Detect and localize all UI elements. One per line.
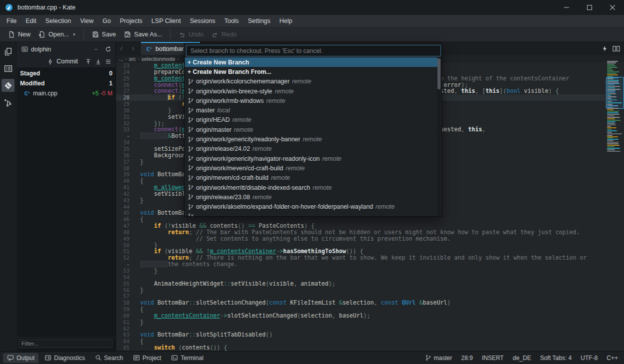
menu-projects[interactable]: Projects (116, 16, 147, 26)
close-button[interactable] (601, 0, 624, 15)
breadcrumb-item[interactable]: ... (119, 56, 124, 62)
menu-view[interactable]: View (76, 16, 98, 26)
dock-item-git[interactable] (2, 79, 14, 92)
code-line-60[interactable]: 60 m_contentsContainer->slotSelectionCha… (116, 313, 605, 319)
dock-item-list-view[interactable] (2, 62, 14, 75)
branch-item-origin-work-kcolorschememanager[interactable]: origin/work/kcolorschememanagerremote (185, 77, 438, 86)
toolview-output-button[interactable]: Output (3, 353, 38, 363)
branch-item-origin-HEAD[interactable]: origin/HEADremote (185, 115, 438, 125)
minimap-line (607, 96, 616, 97)
input-mode[interactable]: INSERT (482, 355, 504, 362)
commit-icon (47, 58, 54, 65)
branch-item-origin-work-rmb-windows[interactable]: origin/work/rmb-windowsremote (185, 96, 438, 105)
code-line-wrap[interactable]: ↪ the contents change. (116, 261, 605, 268)
line-number: 27 (116, 88, 134, 94)
menu-sessions[interactable]: Sessions (186, 16, 220, 26)
maximize-button[interactable] (578, 0, 601, 15)
minimize-button[interactable] (555, 0, 578, 15)
branch-search-input[interactable] (186, 45, 441, 56)
minimap[interactable] (606, 61, 624, 195)
cursor-position[interactable]: 28:9 (461, 355, 472, 362)
tab-settings[interactable]: Soft Tabs: 4 (540, 355, 572, 362)
branch-item-origin-work-meven-cd-craft-build[interactable]: origin/work/meven/cd-craft-buildremote (185, 163, 438, 173)
git-branch-icon (188, 146, 194, 152)
status-bar-info: master 28:9 INSERT de_DE Soft Tabs: 4 UT… (425, 355, 624, 362)
breadcrumb-item[interactable]: src (129, 56, 136, 62)
toolview-project-button[interactable]: Project (129, 353, 165, 363)
new-button[interactable]: New (4, 29, 34, 40)
minimap-line (607, 105, 618, 106)
encoding[interactable]: UTF-8 (580, 355, 598, 362)
dock-item-branch-graph[interactable] (2, 96, 14, 109)
staged-row[interactable]: Staged 0 (17, 68, 116, 78)
commit-button[interactable]: Commit (47, 58, 78, 65)
code-line-61[interactable]: 61} (116, 319, 605, 326)
menu-file[interactable]: File (2, 16, 21, 26)
dock-item-documents[interactable] (2, 45, 14, 58)
back-icon[interactable] (116, 43, 127, 54)
pull-icon[interactable] (95, 58, 102, 65)
branch-item-origin-release-23.08[interactable]: origin/release/23.08remote (185, 192, 438, 202)
split-view-icon[interactable] (612, 45, 620, 52)
branch-item-clipped[interactable] (185, 212, 438, 216)
branch-item-origin-release-24.02[interactable]: origin/release/24.02remote (185, 144, 438, 154)
modified-row[interactable]: Modified 1 (17, 78, 116, 88)
minimap-line (607, 108, 618, 109)
branch-item-origin-meven-cd-craft-build[interactable]: origin/meven/cd-craft-buildremote (185, 173, 438, 183)
toolview-search-button[interactable]: Search (91, 353, 127, 363)
branch-item-master[interactable]: masterlocal (185, 105, 438, 115)
menu-icon[interactable] (105, 58, 112, 65)
modified-file-row[interactable]: C++ main.cpp +5 -0 M (17, 88, 116, 98)
branch-list-scrollbar[interactable] (438, 57, 440, 216)
dictionary[interactable]: de_DE (512, 355, 531, 362)
menu-selection[interactable]: Selection (41, 16, 76, 26)
branch-item-origin-master[interactable]: origin/masterremote (185, 125, 438, 134)
syntax-mode[interactable]: C++ (606, 355, 618, 362)
git-status-tree: Staged 0 Modified 1 C++ main.cpp +5 -0 M (17, 68, 116, 98)
minimap-line (607, 115, 614, 116)
menu-lsp-client[interactable]: LSP Client (147, 16, 186, 26)
code-line-58[interactable]: 58void BottomBar::slotSelectionChanged(c… (116, 300, 605, 306)
minimap-line (607, 117, 620, 118)
line-number: 25 (116, 75, 134, 82)
branch-action--create-new-branch[interactable]: + Create New Branch (185, 57, 438, 67)
git-branch-indicator[interactable]: master (425, 355, 452, 362)
quick-open-icon[interactable] (602, 45, 608, 52)
minimap-line (607, 114, 620, 115)
menu-edit[interactable]: Edit (21, 16, 41, 26)
menu-tools[interactable]: Tools (220, 16, 243, 26)
branch-item-origin-work-genericity-readonly-banner[interactable]: origin/work/genericity/readonly-bannerre… (185, 134, 438, 144)
branch-action--create-new-branch-from-[interactable]: + Create New Branch From... (185, 67, 438, 76)
breadcrumb-item[interactable]: selectionmode (142, 56, 176, 62)
open--button[interactable]: Open...▾ (34, 29, 80, 40)
code-line-65[interactable]: 65 switch (contents()) { (116, 345, 605, 351)
scrollbar-thumb[interactable] (438, 58, 440, 89)
menu-settings[interactable]: Settings (244, 16, 275, 26)
breadcrumb-separator: › (126, 56, 127, 61)
branch-item-origin-work-win-breeze-style[interactable]: origin/work/win-breeze-styleremote (185, 86, 438, 96)
menu-help[interactable]: Help (275, 16, 297, 26)
refresh-button[interactable] (102, 44, 114, 54)
filter-input[interactable] (18, 339, 112, 348)
project-icon (133, 355, 140, 361)
filter-bar (17, 337, 116, 350)
push-icon[interactable] (85, 58, 92, 65)
code-line-56[interactable]: 56} (116, 287, 605, 294)
save-button[interactable]: Save (88, 29, 120, 40)
forward-icon[interactable] (127, 43, 138, 54)
code-line-55[interactable]: 55 AnimatedHeightWidget::setVisible(visi… (116, 281, 605, 287)
branch-item-origin-work-genericity-navigator-readonly-icon[interactable]: origin/work/genericity/navigator-readonl… (185, 154, 438, 163)
branch-item-origin-work-merritt-disable-indexed-search[interactable]: origin/work/merritt/disable-indexed-sear… (185, 183, 438, 192)
minimap-line (607, 149, 615, 150)
save-as--button[interactable]: Save As... (120, 29, 166, 40)
toolview-terminal-button[interactable]: Terminal (167, 353, 207, 363)
line-number: 47 (116, 223, 134, 229)
menu-go[interactable]: Go (98, 16, 116, 26)
wrap-marker-icon: ↪ (127, 134, 130, 139)
code-line-49[interactable]: 49 // Set contents to anything else to c… (116, 236, 605, 242)
project-selector[interactable]: dolphin (18, 44, 102, 54)
code-line-53[interactable]: 53 } (116, 268, 605, 274)
code-line-63[interactable]: 63void BottomBar::slotSplitTabDisabled() (116, 332, 605, 338)
branch-item-origin-work-akselmo-expand-folder-on-hover-folderpanel-wayland[interactable]: origin/work/akselmo/expand-folder-on-hov… (185, 202, 438, 211)
toolview-diagnostics-button[interactable]: Diagnostics (40, 353, 89, 363)
